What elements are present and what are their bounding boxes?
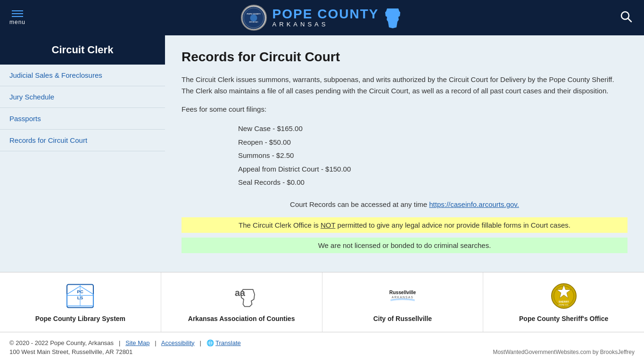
footer-bottom: © 2020 - 2022 Pope County, Arkansas | Si… [0,332,644,362]
footer-logo-russellville[interactable]: Russellville ARKANSAS City of Russellvil… [322,272,484,332]
svg-text:POPE CO.: POPE CO. [559,304,569,306]
footer-copyright: © 2020 - 2022 Pope County, Arkansas [9,339,114,346]
svg-line-6 [628,18,631,22]
footer-address: 100 West Main Street, Russellville, AR 7… [9,348,241,355]
svg-text:SHERIFF: SHERIFF [558,300,569,303]
search-button[interactable] [618,8,635,28]
footer-logo-aac[interactable]: aa Arkansas Association of Counties [161,272,322,332]
footer-sitemap-link[interactable]: Site Map [125,339,149,346]
sidebar-title: Circuit Clerk [0,35,165,65]
footer-logo-pcls[interactable]: PC LS Pope County Library System [0,272,161,332]
site-header: menu POPE COUNTY ARKANSAS POPE COUNTY AR… [0,0,644,35]
footer-copyright-line: © 2020 - 2022 Pope County, Arkansas | Si… [9,339,241,346]
svg-text:ARKANSAS: ARKANSAS [392,295,414,298]
russellville-label: City of Russellville [373,315,432,322]
svg-text:Russellville: Russellville [389,290,416,295]
fee-item: New Case - $165.00 [238,122,627,136]
footer-credit: MostWantedGovernmentWebsites.com by Broo… [493,349,635,355]
arkansas-state-icon [383,7,402,29]
pcls-label: Pope County Library System [35,315,125,322]
logo-subtitle: ARKANSAS [272,21,379,28]
fee-item: Seal Records - $0.00 [238,176,627,189]
sidebar: Circuit Clerk Judicial Sales & Foreclosu… [0,35,165,272]
main-container: Circuit Clerk Judicial Sales & Foreclosu… [0,35,644,272]
menu-button[interactable]: menu [9,10,25,25]
footer-logos: PC LS Pope County Library System aa Arka… [0,272,644,332]
fee-item: Appeal from District Court - $150.00 [238,163,627,176]
sidebar-item-passports[interactable]: Passports [0,108,165,130]
fees-list: New Case - $165.00 Reopen - $50.00 Summo… [238,122,627,189]
court-records-text: Court Records can be accessed at any tim… [182,199,627,210]
aac-label: Arkansas Association of Counties [188,315,295,322]
pcls-logo-image: PC LS [64,282,97,310]
logo-seal: POPE COUNTY ARKANSAS [241,5,267,31]
svg-point-4 [250,14,257,21]
sidebar-item-jury-schedule[interactable]: Jury Schedule [0,86,165,108]
logo-title: POPE COUNTY [272,8,379,21]
sidebar-item-judicial-sales[interactable]: Judicial Sales & Foreclosures [0,65,165,86]
sheriff-label: Pope County Sheriff's Office [519,315,608,322]
fees-intro: Fees for some court filings: [182,104,627,115]
fee-item: Reopen - $50.00 [238,136,627,149]
fee-item: Summons - $2.50 [238,149,627,163]
sheriff-logo-image: SHERIFF POPE CO. [547,282,580,310]
footer-logo-sheriff[interactable]: SHERIFF POPE CO. Pope County Sheriff's O… [483,272,644,332]
menu-label: menu [9,19,25,25]
svg-text:ARKANSAS: ARKANSAS [249,21,259,23]
sidebar-item-records[interactable]: Records for Circuit Court [0,130,165,151]
footer-left: © 2020 - 2022 Pope County, Arkansas | Si… [9,339,241,355]
warning-criminal-searches: We are not licensed or bonded to do crim… [182,238,627,253]
russellville-logo-image: Russellville ARKANSAS [386,282,419,310]
content-description: The Circuit Clerk issues summons, warran… [182,74,627,97]
page-title: Records for Circuit Court [182,49,627,65]
site-logo[interactable]: POPE COUNTY ARKANSAS POPE COUNTY ARKANSA… [241,5,403,31]
warning-legal-advice: The Circuit Clerk Office is NOT permitte… [182,217,627,233]
footer-translate-link[interactable]: Translate [215,339,241,346]
globe-icon: 🌐 [206,339,214,346]
logo-text-block: POPE COUNTY ARKANSAS [272,7,403,29]
search-icon [620,10,632,23]
aac-logo-image: aa [225,282,258,310]
main-content: Records for Circuit Court The Circuit Cl… [165,35,644,272]
footer-accessibility-link[interactable]: Accessibility [161,339,195,346]
sidebar-nav: Judicial Sales & Foreclosures Jury Sched… [0,65,165,151]
court-records-link[interactable]: https://caseinfo.arcourts.gov. [429,200,519,208]
hamburger-icon [12,10,23,17]
